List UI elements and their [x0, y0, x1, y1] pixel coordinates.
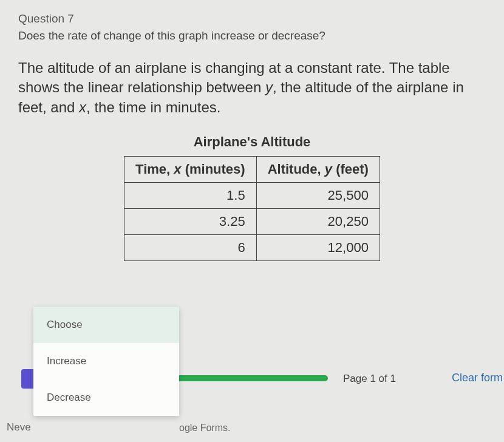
- table-title: Airplane's Altitude: [194, 134, 311, 150]
- question-number: Question 7: [18, 12, 486, 25]
- cell-time: 1.5: [124, 183, 257, 209]
- table-row: 1.5 25,500: [124, 183, 380, 209]
- page-indicator: Page 1 of 1: [343, 373, 396, 385]
- dropdown-option-choose[interactable]: Choose: [33, 307, 179, 343]
- dropdown-option-decrease[interactable]: Decrease: [33, 379, 179, 416]
- table-container: Airplane's Altitude Time, x (minutes) Al…: [18, 134, 486, 261]
- header-alt-var: y: [325, 162, 332, 177]
- table-row: 6 12,000: [124, 235, 380, 261]
- footer-text-fragment-left: Neve: [7, 421, 31, 433]
- submit-button-fragment[interactable]: [21, 369, 35, 389]
- table-header-row: Time, x (minutes) Altitude, y (feet): [124, 157, 380, 183]
- footer-text-fragment-forms: ogle Forms.: [179, 423, 230, 433]
- header-altitude: Altitude, y (feet): [256, 157, 380, 183]
- header-time-pre: Time,: [135, 162, 174, 177]
- passage-text: , the time in minutes.: [86, 99, 220, 115]
- question-prompt: Does the rate of change of this graph in…: [18, 29, 486, 42]
- dropdown-option-increase[interactable]: Increase: [33, 343, 179, 379]
- cell-time: 3.25: [124, 209, 257, 235]
- cell-altitude: 25,500: [256, 183, 380, 209]
- progress-bar: [176, 375, 328, 381]
- header-alt-pre: Altitude,: [268, 162, 325, 177]
- question-content: Question 7 Does the rate of change of th…: [0, 0, 504, 261]
- variable-y: y: [265, 79, 273, 95]
- cell-altitude: 12,000: [256, 235, 380, 261]
- header-time-post: (minutes): [182, 162, 245, 177]
- clear-form-link[interactable]: Clear form: [452, 372, 504, 384]
- header-time: Time, x (minutes): [124, 157, 257, 183]
- altitude-table: Time, x (minutes) Altitude, y (feet) 1.5…: [124, 156, 380, 261]
- question-passage: The altitude of an airplane is changing …: [18, 58, 486, 117]
- variable-x: x: [79, 99, 86, 115]
- table-row: 3.25 20,250: [124, 209, 380, 235]
- header-alt-post: (feet): [332, 162, 369, 177]
- cell-altitude: 20,250: [256, 209, 380, 235]
- cell-time: 6: [124, 235, 257, 261]
- header-time-var: x: [174, 162, 181, 177]
- answer-dropdown[interactable]: Choose Increase Decrease: [33, 307, 179, 416]
